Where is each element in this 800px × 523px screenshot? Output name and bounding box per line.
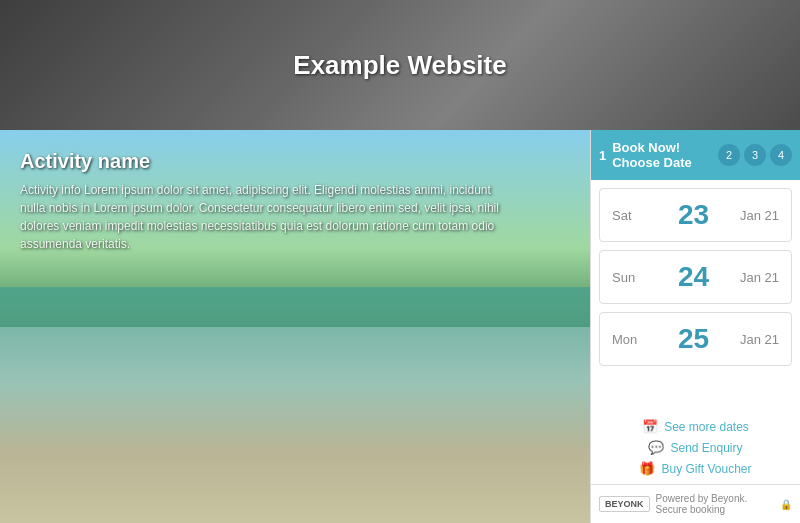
date-day-name: Sun: [612, 270, 647, 285]
activity-name: Activity name: [20, 150, 500, 173]
booking-link-1[interactable]: 💬Send Enquiry: [599, 440, 792, 455]
booking-header: 1 Book Now! Choose Date 2 3 4: [591, 130, 800, 180]
booking-step1: 1: [599, 148, 606, 163]
link-icon-1: 💬: [648, 440, 664, 455]
date-month-year: Jan 21: [740, 208, 779, 223]
date-day-name: Sat: [612, 208, 647, 223]
activity-panel: Activity name Activity info Lorem ipsum …: [0, 130, 590, 523]
date-row[interactable]: Sat23Jan 21: [599, 188, 792, 242]
date-day-name: Mon: [612, 332, 647, 347]
date-month-year: Jan 21: [740, 332, 779, 347]
link-label-1: Send Enquiry: [670, 441, 742, 455]
activity-info: Activity info Lorem ipsum dolor sit amet…: [20, 181, 500, 253]
link-label-0: See more dates: [664, 420, 749, 434]
site-header: Example Website: [0, 0, 800, 130]
date-month-year: Jan 21: [740, 270, 779, 285]
booking-title: Book Now! Choose Date: [612, 140, 714, 170]
footer-text: Powered by Beyonk. Secure booking: [656, 493, 774, 515]
booking-step4: 4: [770, 144, 792, 166]
booking-panel: 1 Book Now! Choose Date 2 3 4 Sat23Jan 2…: [590, 130, 800, 523]
link-label-2: Buy Gift Voucher: [661, 462, 751, 476]
booking-footer: BEYONK Powered by Beyonk. Secure booking…: [591, 484, 800, 523]
link-icon-2: 🎁: [639, 461, 655, 476]
dates-container: Sat23Jan 21Sun24Jan 21Mon25Jan 21: [591, 180, 800, 415]
link-icon-0: 📅: [642, 419, 658, 434]
lock-icon: 🔒: [780, 499, 792, 510]
site-title: Example Website: [293, 50, 506, 81]
booking-link-0[interactable]: 📅See more dates: [599, 419, 792, 434]
kayak-scene: [0, 287, 590, 523]
booking-step2: 2: [718, 144, 740, 166]
date-row[interactable]: Mon25Jan 21: [599, 312, 792, 366]
links-section: 📅See more dates💬Send Enquiry🎁Buy Gift Vo…: [591, 415, 800, 484]
date-row[interactable]: Sun24Jan 21: [599, 250, 792, 304]
activity-text-overlay: Activity name Activity info Lorem ipsum …: [20, 150, 500, 253]
booking-link-2[interactable]: 🎁Buy Gift Voucher: [599, 461, 792, 476]
date-day-number: 23: [647, 199, 740, 231]
beyonk-logo: BEYONK: [599, 496, 650, 512]
date-day-number: 24: [647, 261, 740, 293]
main-content: Activity name Activity info Lorem ipsum …: [0, 130, 800, 523]
booking-step3: 3: [744, 144, 766, 166]
date-day-number: 25: [647, 323, 740, 355]
